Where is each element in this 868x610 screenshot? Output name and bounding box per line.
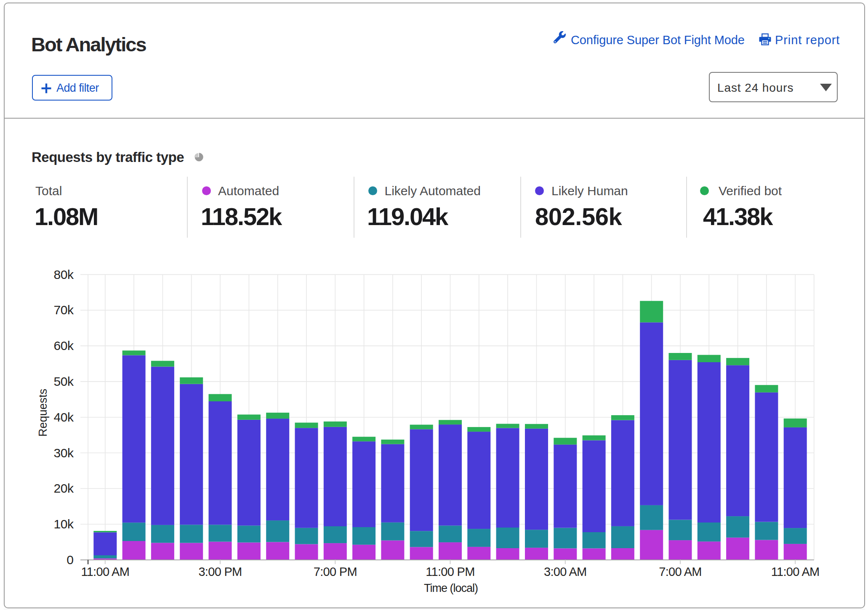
svg-text:11:00 AM: 11:00 AM [771,565,820,578]
svg-text:70k: 70k [54,303,74,317]
svg-text:10k: 10k [54,517,74,531]
svg-text:11:00 PM: 11:00 PM [426,565,474,578]
svg-text:20k: 20k [54,481,74,495]
svg-text:Time (local): Time (local) [424,582,478,594]
svg-text:0: 0 [67,553,73,567]
svg-text:7:00 AM: 7:00 AM [659,565,702,578]
svg-text:7:00 PM: 7:00 PM [314,565,357,578]
svg-text:11:00 AM: 11:00 AM [81,565,129,578]
svg-text:40k: 40k [54,410,74,424]
svg-text:3:00 PM: 3:00 PM [198,565,242,578]
svg-text:Requests: Requests [37,389,49,437]
svg-text:3:00 AM: 3:00 AM [544,565,587,578]
svg-text:80k: 80k [54,268,74,281]
svg-text:50k: 50k [54,374,74,388]
svg-text:60k: 60k [54,339,74,353]
svg-text:30k: 30k [54,446,74,460]
